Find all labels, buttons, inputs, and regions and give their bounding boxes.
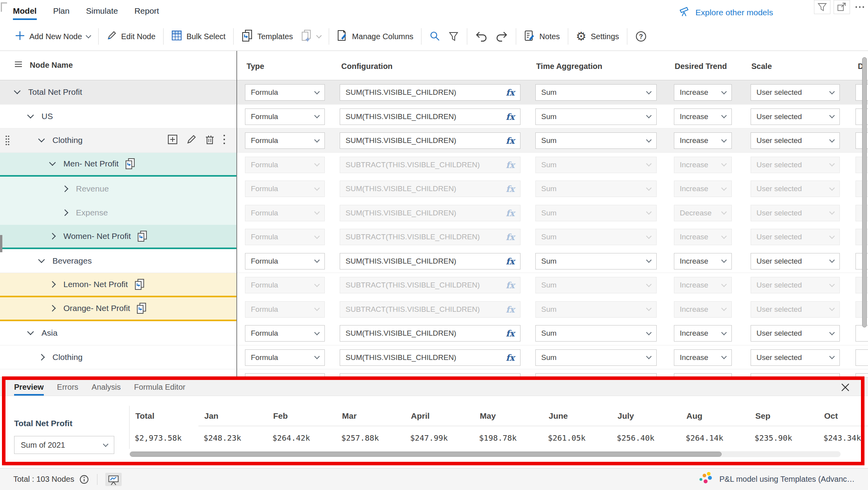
formula-editor-fx-icon[interactable]: fx — [506, 208, 515, 218]
dropdown-type[interactable]: Formula — [245, 277, 325, 293]
node-name-cell[interactable]: US — [0, 105, 237, 128]
dropdown-trend[interactable]: Increase — [674, 349, 732, 366]
expand-chevron-icon[interactable] — [49, 233, 56, 239]
tab-formula-editor[interactable]: Formula Editor — [134, 383, 185, 396]
collapse-chevron-icon[interactable] — [38, 256, 45, 263]
dropdown-type[interactable]: Formula — [245, 229, 325, 245]
node-name-cell[interactable]: Expense — [0, 201, 237, 225]
formula-editor-fx-icon[interactable]: fx — [506, 160, 515, 170]
expand-chevron-icon[interactable] — [49, 281, 56, 287]
manage-columns-button[interactable]: Manage Columns — [337, 30, 414, 43]
formula-editor-fx-icon[interactable]: fx — [506, 112, 515, 122]
dropdown-trend[interactable]: Increase — [674, 157, 732, 173]
dropdown-type[interactable]: Formula — [245, 301, 325, 318]
node-name-cell[interactable]: Clothing — [0, 128, 237, 152]
formula-editor-fx-icon[interactable]: fx — [506, 280, 515, 290]
dropdown-time[interactable]: Sum — [535, 181, 657, 197]
dropdown-trend[interactable]: Increase — [674, 229, 732, 245]
node-name-cell[interactable]: Asia — [0, 321, 237, 345]
dropdown-trend[interactable]: Increase — [674, 301, 732, 318]
formula-configuration-field[interactable]: SUBTRACT(THIS.VISIBLE_CHILDREN)fx — [340, 157, 520, 173]
add-child-node-button[interactable] — [167, 134, 178, 145]
templates-button[interactable]: Templates — [241, 29, 293, 44]
formula-editor-fx-icon[interactable]: fx — [506, 353, 515, 363]
close-preview-button[interactable] — [841, 383, 850, 394]
horizontal-scrollbar[interactable] — [129, 451, 841, 457]
explore-other-models-link[interactable]: Explore other models — [679, 6, 773, 19]
expand-chevron-icon[interactable] — [62, 185, 68, 192]
bulk-select-button[interactable]: Bulk Select — [171, 30, 225, 43]
dropdown-scale[interactable]: User selected — [751, 301, 840, 318]
dropdown-trend[interactable]: Increase — [674, 132, 732, 149]
dropdown-scale[interactable]: User selected — [751, 205, 840, 221]
dropdown-type[interactable]: Formula — [245, 205, 325, 221]
dropdown-type[interactable]: Formula — [245, 181, 325, 197]
expand-chevron-icon[interactable] — [38, 354, 45, 360]
chart-view-button[interactable] — [105, 473, 122, 486]
formula-configuration-field[interactable]: SUM(THIS.VISIBLE_CHILDREN)fx — [340, 108, 520, 125]
formula-configuration-field[interactable]: SUBTRACT(THIS.VISIBLE_CHILDREN)fx — [340, 277, 520, 293]
edit-node-button[interactable]: Edit Node — [106, 30, 156, 43]
dropdown-scale[interactable]: User selected — [751, 84, 840, 101]
dropdown-time[interactable]: Sum — [535, 132, 657, 149]
apply-template-button[interactable] — [301, 29, 321, 44]
dropdown-time[interactable]: Sum — [535, 277, 657, 293]
collapse-chevron-icon[interactable] — [49, 159, 56, 166]
edit-node-row-button[interactable] — [186, 134, 197, 145]
dropdown-scale[interactable]: User selected — [751, 253, 840, 269]
formula-editor-fx-icon[interactable]: fx — [506, 184, 515, 194]
dropdown-type[interactable]: Formula — [245, 253, 325, 269]
vertical-scrollbar[interactable] — [862, 56, 867, 377]
dropdown-trend[interactable]: Increase — [674, 325, 732, 342]
collapse-chevron-icon[interactable] — [27, 329, 34, 335]
formula-configuration-field[interactable]: SUM(THIS.VISIBLE_CHILDREN)fx — [340, 84, 520, 101]
dropdown-type[interactable]: Formula — [245, 108, 325, 125]
dropdown-time[interactable]: Sum — [535, 157, 657, 173]
dropdown-time[interactable]: Sum — [535, 229, 657, 245]
node-name-cell[interactable]: Women- Net Profit — [0, 225, 237, 249]
redo-button[interactable] — [495, 31, 508, 42]
settings-button[interactable]: ⚙ Settings — [576, 31, 619, 42]
dropdown-scale[interactable]: User selected — [751, 277, 840, 293]
dropdown-time[interactable]: Sum — [535, 108, 657, 125]
dropdown-time[interactable]: Sum — [535, 253, 657, 269]
dropdown-type[interactable]: Formula — [245, 325, 325, 342]
add-new-node-button[interactable]: Add New Node — [15, 31, 90, 43]
drag-handle[interactable] — [5, 135, 10, 148]
dropdown-scale[interactable]: User selected — [751, 157, 840, 173]
dropdown-time[interactable]: Sum — [535, 349, 657, 366]
node-name-cell[interactable]: Orange- Net Profit — [0, 297, 237, 322]
tab-analysis[interactable]: Analysis — [92, 383, 121, 396]
node-name-cell[interactable]: Beverages — [0, 249, 237, 273]
tab-report[interactable]: Report — [134, 6, 159, 20]
info-icon[interactable] — [79, 474, 89, 485]
period-selector[interactable]: Sum of 2021 — [14, 436, 114, 454]
formula-configuration-field[interactable]: SUM(THIS.VISIBLE_CHILDREN)fx — [340, 132, 520, 149]
delete-node-button[interactable] — [205, 134, 215, 145]
dropdown-scale[interactable]: User selected — [751, 325, 840, 342]
notes-button[interactable]: Notes — [524, 30, 560, 43]
tab-model[interactable]: Model — [13, 6, 37, 20]
dropdown-scale[interactable]: User selected — [751, 181, 840, 197]
dropdown-scale[interactable]: User selected — [751, 349, 840, 366]
dropdown-trend[interactable]: Increase — [674, 181, 732, 197]
node-name-cell[interactable]: Men- Net Profit — [0, 153, 237, 177]
expand-window-button[interactable] — [834, 0, 850, 14]
formula-editor-fx-icon[interactable]: fx — [506, 256, 515, 266]
dropdown-scale[interactable]: User selected — [751, 108, 840, 125]
formula-editor-fx-icon[interactable]: fx — [506, 304, 515, 315]
dropdown-time[interactable]: Sum — [535, 205, 657, 221]
more-options-button[interactable] — [853, 0, 866, 14]
node-name-cell[interactable]: Revenue — [0, 177, 237, 201]
formula-editor-fx-icon[interactable]: fx — [506, 136, 515, 146]
tab-plan[interactable]: Plan — [53, 6, 70, 20]
collapse-chevron-icon[interactable] — [14, 88, 21, 94]
tab-simulate[interactable]: Simulate — [86, 6, 118, 20]
expand-chevron-icon[interactable] — [62, 210, 68, 216]
model-name-label[interactable]: P&L model using Templates (Advanc… — [719, 475, 855, 484]
formula-configuration-field[interactable]: SUM(THIS.VISIBLE_CHILDREN)fx — [340, 205, 520, 221]
undo-button[interactable] — [475, 31, 488, 42]
formula-configuration-field[interactable]: SUM(THIS.VISIBLE_CHILDREN)fx — [340, 181, 520, 197]
help-button[interactable]: ? — [635, 31, 647, 42]
node-name-cell[interactable]: Clothing — [0, 345, 237, 369]
